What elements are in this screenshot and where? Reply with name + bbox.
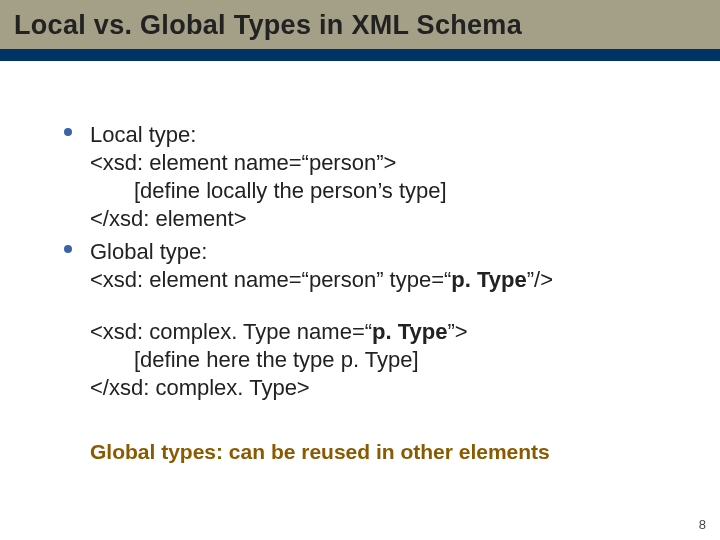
- list-item: Global type: <xsd: element name=“person”…: [64, 238, 680, 294]
- code-line: </xsd: element>: [90, 205, 680, 233]
- code-line: <xsd: element name=“person” type=“p. Typ…: [90, 266, 680, 294]
- bullet-list: Local type: <xsd: element name=“person”>…: [64, 121, 680, 294]
- slide-content: Local type: <xsd: element name=“person”>…: [0, 61, 720, 484]
- code-line: <xsd: element name=“person”>: [90, 149, 680, 177]
- code-line: </xsd: complex. Type>: [90, 374, 680, 402]
- code-line: [define here the type p. Type]: [90, 346, 680, 374]
- code-text: ”/>: [527, 267, 553, 292]
- orphan-block: <xsd: complex. Type name=“p. Type”> [def…: [64, 318, 680, 402]
- footnote: Global types: can be reused in other ele…: [64, 440, 680, 464]
- page-number: 8: [699, 517, 706, 532]
- code-bold: p. Type: [451, 267, 526, 292]
- code-text: <xsd: complex. Type name=“: [90, 319, 372, 344]
- bullet-label: Local type:: [90, 121, 680, 149]
- bullet-label: Global type:: [90, 238, 680, 266]
- code-line: <xsd: complex. Type name=“p. Type”>: [90, 318, 680, 346]
- code-text: <xsd: element name=“person” type=“: [90, 267, 451, 292]
- slide-title: Local vs. Global Types in XML Schema: [14, 10, 706, 41]
- title-band: Local vs. Global Types in XML Schema: [0, 0, 720, 61]
- code-text: ”>: [447, 319, 467, 344]
- bullet-icon: [64, 245, 72, 253]
- bullet-icon: [64, 128, 72, 136]
- code-line: [define locally the person’s type]: [90, 177, 680, 205]
- list-item: Local type: <xsd: element name=“person”>…: [64, 121, 680, 234]
- code-bold: p. Type: [372, 319, 447, 344]
